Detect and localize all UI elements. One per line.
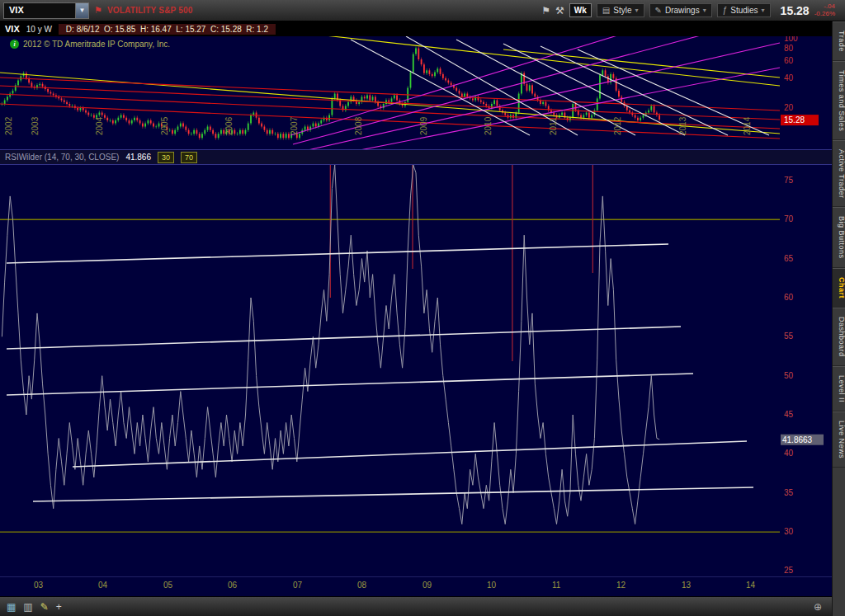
chart-style-icon[interactable]: ▥: [23, 602, 32, 612]
x-axis-label: 09: [422, 581, 432, 590]
chevron-down-icon: ▾: [703, 7, 706, 14]
study-high-level-box[interactable]: 70: [181, 152, 197, 163]
sidebar-tab-dashboard[interactable]: Dashboard: [833, 308, 845, 366]
style-button[interactable]: ▤ Style ▾: [597, 3, 644, 17]
price-change-block: -.04 -0.26%: [814, 3, 835, 18]
symbol-description: VOLATILITY S&P 500: [107, 6, 193, 15]
svg-text:20: 20: [784, 103, 794, 112]
svg-text:2011: 2011: [549, 117, 558, 135]
drawings-icon: ✎: [655, 6, 662, 15]
symbol-dropdown-button[interactable]: ▼: [75, 3, 88, 18]
study-low-level-box[interactable]: 30: [158, 152, 174, 163]
bottom-toolbar: ▦▥✎+ ⊕: [0, 596, 845, 616]
style-icon: ▤: [602, 6, 610, 15]
bottom-toolbar-right: ⊕: [814, 602, 822, 612]
svg-text:15.28: 15.28: [784, 115, 805, 125]
sidebar-tab-big-buttons[interactable]: Big Buttons: [833, 207, 845, 268]
sidebar-tab-trade[interactable]: Trade: [833, 21, 845, 61]
pencil-icon[interactable]: ✎: [40, 602, 49, 612]
svg-text:40: 40: [784, 449, 794, 458]
thinkorswim-window: VIX ▼ ⚑ VOLATILITY S&P 500 ⚑ ⚒ Wk ▤ Styl…: [0, 0, 845, 616]
bottom-toolbar-left: ▦▥✎+: [7, 602, 62, 612]
ohlc-range: 10 y W: [26, 25, 52, 34]
rsi-chart-panel[interactable]: 757065605550454035302541.8663: [0, 164, 832, 576]
x-axis-label: 11: [552, 581, 560, 590]
svg-text:75: 75: [784, 176, 794, 185]
style-label: Style: [613, 6, 631, 15]
svg-text:60: 60: [784, 293, 794, 302]
svg-text:100: 100: [784, 36, 798, 43]
copyright-note: i 2012 © TD Ameritrade IP Company, Inc.: [10, 40, 170, 49]
study-name: RSIWilder (14, 70, 30, CLOSE): [5, 153, 119, 162]
study-header: RSIWilder (14, 70, 30, CLOSE) 41.866 30 …: [0, 149, 832, 164]
x-axis-label: 14: [746, 581, 755, 590]
x-axis-label: 03: [34, 581, 43, 590]
timeframe-button[interactable]: Wk: [569, 3, 592, 17]
x-axis-label: 06: [228, 581, 237, 590]
svg-text:2006: 2006: [224, 116, 234, 135]
svg-text:2007: 2007: [290, 116, 299, 135]
info-icon: i: [10, 40, 19, 49]
drawings-button[interactable]: ✎ Drawings ▾: [649, 3, 712, 17]
price-block: 15.28 -.04 -0.26%: [781, 3, 835, 18]
svg-text:40: 40: [784, 73, 794, 82]
studies-icon: ƒ: [723, 6, 728, 15]
svg-text:2012: 2012: [613, 116, 622, 135]
ohlc-symbol: VIX: [5, 24, 20, 34]
study-value: 41.866: [125, 153, 151, 162]
sidebar-tab-active-trader[interactable]: Active Trader: [833, 140, 845, 208]
svg-text:2010: 2010: [484, 116, 493, 135]
svg-text:30: 30: [784, 527, 794, 536]
clock-icon[interactable]: ⊕: [814, 602, 822, 612]
svg-text:45: 45: [784, 410, 794, 419]
chevron-down-icon: ▾: [635, 7, 639, 14]
price-change-pct: -0.26%: [814, 11, 835, 18]
svg-text:2005: 2005: [160, 116, 169, 135]
studies-button[interactable]: ƒ Studies ▾: [717, 3, 771, 17]
gadget-sidebar: TradeTimes and SalesActive TraderBig But…: [832, 21, 845, 616]
x-axis-label: 13: [682, 581, 691, 590]
svg-text:2002: 2002: [4, 116, 13, 135]
svg-text:2008: 2008: [354, 116, 363, 135]
x-axis-label: 08: [357, 581, 366, 590]
symbol-value: VIX: [4, 3, 75, 18]
svg-text:35: 35: [784, 488, 794, 497]
svg-text:2013: 2013: [678, 116, 687, 135]
flag-icon[interactable]: ⚑: [541, 5, 550, 16]
x-axis-label: 12: [616, 581, 625, 590]
studies-label: Studies: [730, 6, 758, 15]
price-chart-canvas[interactable]: 2002200320042005200620072008200920102011…: [0, 36, 832, 149]
tools-icon[interactable]: ⚒: [555, 5, 564, 16]
svg-text:60: 60: [784, 56, 794, 65]
sidebar-tab-level-ii[interactable]: Level II: [833, 366, 845, 411]
symbol-input[interactable]: VIX ▼: [3, 2, 89, 19]
top-toolbar: VIX ▼ ⚑ VOLATILITY S&P 500 ⚑ ⚒ Wk ▤ Styl…: [0, 0, 845, 21]
sidebar-tab-live-news[interactable]: Live News: [833, 411, 845, 468]
svg-text:2009: 2009: [419, 116, 428, 135]
grid-layout-icon[interactable]: ▦: [7, 602, 16, 612]
crosshair-icon[interactable]: +: [56, 602, 62, 612]
svg-text:2004: 2004: [95, 116, 104, 135]
drawings-label: Drawings: [665, 6, 700, 15]
svg-text:2003: 2003: [31, 116, 40, 135]
ohlc-values: D: 8/6/12 O: 15.85 H: 16.47 L: 15.27 C: …: [59, 24, 276, 35]
price-chart-panel[interactable]: i 2012 © TD Ameritrade IP Company, Inc. …: [0, 36, 832, 149]
instrument-flag-icon: ⚑: [94, 5, 102, 16]
svg-text:55: 55: [784, 332, 794, 341]
svg-text:50: 50: [784, 371, 794, 380]
copyright-text: 2012 © TD Ameritrade IP Company, Inc.: [23, 40, 170, 49]
x-axis-label: 04: [98, 581, 107, 590]
sidebar-tab-chart[interactable]: Chart: [833, 268, 845, 308]
ohlc-bar: VIX 10 y W D: 8/6/12 O: 15.85 H: 16.47 L…: [0, 21, 832, 36]
rsi-chart-canvas[interactable]: 757065605550454035302541.8663: [0, 165, 832, 577]
svg-text:80: 80: [784, 44, 794, 53]
x-axis-label: 10: [487, 581, 496, 590]
x-axis-label: 07: [293, 581, 302, 590]
chevron-down-icon: ▾: [762, 7, 765, 14]
svg-text:2014: 2014: [743, 116, 752, 135]
svg-text:70: 70: [784, 214, 794, 223]
svg-text:41.8663: 41.8663: [782, 435, 813, 444]
time-axis: 030405060708091011121314: [0, 576, 832, 596]
sidebar-tabs: TradeTimes and SalesActive TraderBig But…: [833, 21, 845, 468]
sidebar-tab-times-and-sales[interactable]: Times and Sales: [833, 61, 845, 140]
